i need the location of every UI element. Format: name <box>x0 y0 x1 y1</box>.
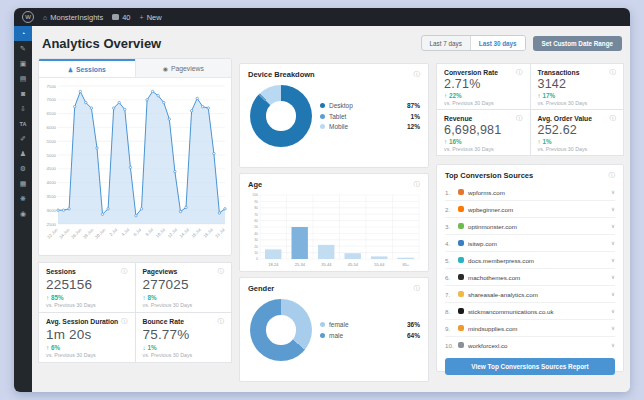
stat-delta: ↑ 85% <box>46 294 128 301</box>
svg-text:24 Jun: 24 Jun <box>58 227 71 240</box>
sidebar-item-posts[interactable]: ✎ <box>14 41 32 56</box>
svg-text:4000: 4000 <box>46 180 56 185</box>
last-7-days-button[interactable]: Last 7 days <box>422 36 471 50</box>
set-custom-date-range-button[interactable]: Set Custom Date Range <box>533 36 622 51</box>
chart-tabs: ♟ Sessions ◉ Pageviews <box>39 59 231 78</box>
svg-text:10: 10 <box>254 251 258 255</box>
chevron-down-icon[interactable]: ∨ <box>611 206 615 212</box>
sidebar-item-appearance[interactable]: ✐ <box>14 131 32 146</box>
chevron-down-icon[interactable]: ∨ <box>611 257 615 263</box>
legend-label: Mobile <box>329 123 407 130</box>
stat-note: vs. Previous 30 Days <box>143 352 225 358</box>
stat-note: vs. Previous 30 Days <box>538 100 617 106</box>
stat-value: 2.71% <box>444 77 523 91</box>
info-icon[interactable]: ⓘ <box>610 69 617 76</box>
legend-row-mobile: Mobile12% <box>320 123 420 130</box>
admin-bar: W ⌂ MonsterInsights 40 + New <box>14 8 630 26</box>
new-menu[interactable]: + New <box>140 13 162 22</box>
source-row-optinmonster.com[interactable]: 3.optinmonster.com∨ <box>445 217 615 234</box>
info-icon[interactable]: ⓘ <box>218 318 225 325</box>
stat-note: vs. Previous 30 Days <box>444 100 523 106</box>
source-row-machothemes.com[interactable]: 6.machothemes.com∨ <box>445 268 615 285</box>
source-row-shareasale-analytics.com[interactable]: 7.shareasale-analytics.com∨ <box>445 285 615 302</box>
info-icon[interactable]: ⓘ <box>516 69 523 76</box>
sidebar-item-comments[interactable]: ◙ <box>14 86 32 101</box>
monsterinsights-icon: ❋ <box>20 195 26 203</box>
svg-text:0: 0 <box>256 257 258 261</box>
info-icon[interactable]: ⓘ <box>516 115 523 122</box>
legend-percent: 1% <box>411 113 420 120</box>
chevron-down-icon[interactable]: ∨ <box>611 291 615 297</box>
sidebar-item-pages[interactable]: ▤ <box>14 71 32 86</box>
site-menu[interactable]: ⌂ MonsterInsights <box>43 13 103 22</box>
left-stat-card-avg-session-duration: Avg. Session Durationⓘ1m 20s↑ 6%vs. Prev… <box>39 313 135 362</box>
legend-dot-icon <box>320 333 325 338</box>
legend-dot-icon <box>320 124 325 129</box>
chevron-down-icon[interactable]: ∨ <box>611 223 615 229</box>
site-name: MonsterInsights <box>50 13 103 22</box>
legend-row-tablet: Tablet1% <box>320 113 420 120</box>
right-stats-grid: Conversion Rateⓘ2.71%↑ 22%vs. Previous 3… <box>436 63 624 156</box>
tab-pageviews[interactable]: ◉ Pageviews <box>135 59 232 77</box>
source-row-mindsupplies.com[interactable]: 9.mindsupplies.com∨ <box>445 319 615 336</box>
svg-text:35-44: 35-44 <box>321 262 332 267</box>
tab-sessions[interactable]: ♟ Sessions <box>39 59 135 77</box>
favicon-icon <box>458 206 464 212</box>
legend-row-female: female36% <box>320 321 420 328</box>
chevron-down-icon[interactable]: ∨ <box>611 308 615 314</box>
sidebar-item-monsterinsights[interactable]: ❋ <box>14 191 32 206</box>
svg-text:7500: 7500 <box>46 84 56 89</box>
source-domain: shareasale-analytics.com <box>468 291 607 298</box>
source-row-workforcexl.co[interactable]: 10.workforcexl.co∨ <box>445 336 615 353</box>
sidebar-item-media[interactable]: ▣ <box>14 56 32 71</box>
info-icon[interactable]: ⓘ <box>610 115 617 122</box>
svg-text:28 Jun: 28 Jun <box>82 227 95 240</box>
info-icon[interactable]: ⓘ <box>414 285 421 292</box>
svg-text:7000: 7000 <box>46 97 56 102</box>
comments-menu[interactable]: 40 <box>112 13 130 22</box>
stat-label: Revenue <box>444 115 472 122</box>
svg-text:18-24: 18-24 <box>268 262 279 267</box>
sidebar-item-collapse[interactable]: ◉ <box>14 206 32 221</box>
info-icon[interactable]: ⓘ <box>609 172 616 179</box>
sidebar-item-ta-plugin[interactable]: TA <box>14 116 32 131</box>
plus-icon: + <box>140 14 144 21</box>
favicon-icon <box>458 274 464 280</box>
source-rank: 5. <box>445 257 454 264</box>
svg-text:22 Jun: 22 Jun <box>46 227 59 240</box>
chevron-down-icon[interactable]: ∨ <box>611 342 615 348</box>
info-icon[interactable]: ⓘ <box>121 318 128 325</box>
source-row-wpbeginner.com[interactable]: 2.wpbeginner.com∨ <box>445 200 615 217</box>
view-sources-report-button[interactable]: View Top Conversions Sources Report <box>445 358 615 375</box>
legend-dot-icon <box>320 114 325 119</box>
source-row-isitwp.com[interactable]: 4.isitwp.com∨ <box>445 234 615 251</box>
sidebar-item-users[interactable]: ♟ <box>14 146 32 161</box>
middle-column: Device Breakdown ⓘ Desktop87%Tablet1%Mob… <box>239 63 429 382</box>
info-icon[interactable]: ⓘ <box>414 71 421 78</box>
favicon-icon <box>458 257 464 263</box>
svg-text:4500: 4500 <box>46 166 56 171</box>
svg-text:3000: 3000 <box>46 208 56 213</box>
chevron-down-icon[interactable]: ∨ <box>611 240 615 246</box>
info-icon[interactable]: ⓘ <box>218 268 225 275</box>
info-icon[interactable]: ⓘ <box>414 181 421 188</box>
sidebar-item-tools[interactable]: ⚙ <box>14 161 32 176</box>
new-label: New <box>147 13 162 22</box>
chevron-down-icon[interactable]: ∨ <box>611 189 615 195</box>
left-stat-card-pageviews: Pageviewsⓘ277025↑ 8%vs. Previous 30 Days <box>136 263 232 312</box>
sidebar-item-dashboard[interactable]: ◔ <box>14 26 32 41</box>
svg-text:30: 30 <box>254 238 258 242</box>
info-icon[interactable]: ⓘ <box>121 268 128 275</box>
chevron-down-icon[interactable]: ∨ <box>611 325 615 331</box>
wordpress-logo-icon[interactable]: W <box>22 11 34 23</box>
svg-text:50: 50 <box>254 225 258 229</box>
stat-note: vs. Previous 30 Days <box>143 302 225 308</box>
chevron-down-icon[interactable]: ∨ <box>611 274 615 280</box>
source-domain: workforcexl.co <box>468 342 607 349</box>
source-row-wpforms.com[interactable]: 1.wpforms.com∨ <box>445 184 615 200</box>
sidebar-item-settings[interactable]: ▦ <box>14 176 32 191</box>
sidebar-item-downloads[interactable]: ⇩ <box>14 101 32 116</box>
last-30-days-button[interactable]: Last 30 days <box>471 36 525 50</box>
source-row-docs.memberpress.com[interactable]: 5.docs.memberpress.com∨ <box>445 251 615 268</box>
source-row-stickmancommunications.co.uk[interactable]: 8.stickmancommunications.co.uk∨ <box>445 302 615 319</box>
